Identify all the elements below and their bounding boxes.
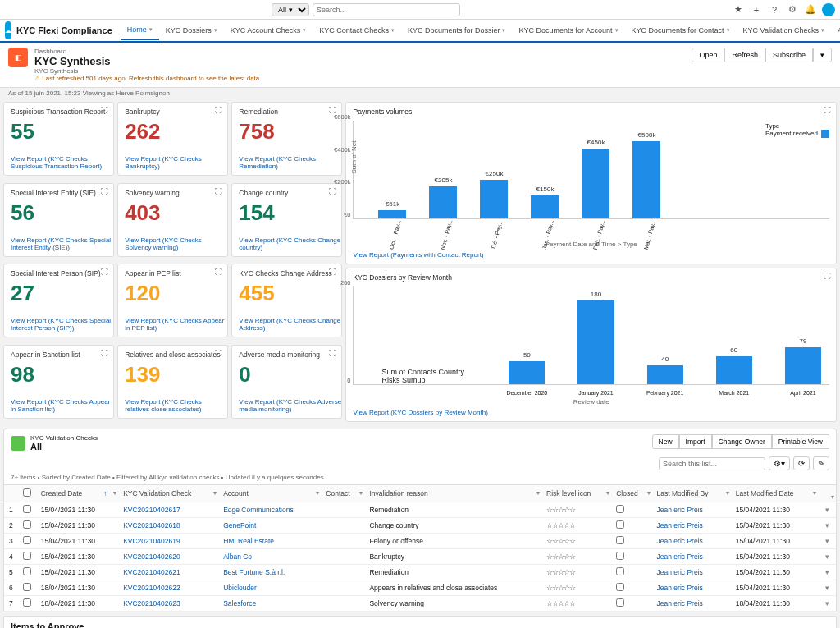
cell-check-link[interactable]: KVC20210402620 xyxy=(118,549,218,565)
nav-kyc-documents-for-contact[interactable]: KYC Documents for Contact▾ xyxy=(625,21,737,40)
row-checkbox[interactable] xyxy=(23,583,31,591)
nav-approval-requests[interactable]: Approval Requests▾ xyxy=(831,21,840,40)
cell-risk-stars[interactable]: ☆☆☆☆☆ xyxy=(541,580,611,596)
cell-account-link[interactable]: HMI Real Estate xyxy=(218,534,321,549)
col-Last Modified Date[interactable]: Last Modified Date▾ xyxy=(731,485,818,502)
cell-risk-stars[interactable]: ☆☆☆☆☆ xyxy=(541,549,611,565)
help-icon[interactable]: ? xyxy=(768,3,781,16)
view-report-link[interactable]: View Report (KYC Checks Special Interest… xyxy=(11,236,113,251)
bar[interactable]: €250kDé. - Pay... xyxy=(480,180,508,218)
expand-icon[interactable]: ⛶ xyxy=(824,106,831,114)
row-checkbox[interactable] xyxy=(23,567,31,575)
row-menu-icon[interactable]: ▾ xyxy=(818,596,836,612)
cell-account-link[interactable]: Edge Communications xyxy=(218,502,321,518)
change-owner-button[interactable]: Change Owner xyxy=(712,434,772,449)
view-report-link[interactable]: View Report (KYC Checks Remediation) xyxy=(239,155,341,170)
expand-icon[interactable]: ⛶ xyxy=(824,272,831,280)
col-11[interactable]: ▾ xyxy=(818,485,836,502)
cell-check-link[interactable]: KVC20210402623 xyxy=(118,596,218,612)
cell-modifiedby-link[interactable]: Jean eric Preis xyxy=(652,549,731,565)
cell-check-link[interactable]: KVC20210402621 xyxy=(118,565,218,580)
cell-check-link[interactable]: KVC20210402619 xyxy=(118,534,218,549)
expand-icon[interactable]: ⛶ xyxy=(329,187,336,195)
closed-checkbox[interactable] xyxy=(616,520,624,529)
col-Last Modified By[interactable]: Last Modified By▾ xyxy=(652,485,731,502)
bar[interactable]: €150kJan. - Pay... xyxy=(531,195,559,218)
list-settings-icon[interactable]: ⚙▾ xyxy=(769,456,790,470)
column-menu-icon[interactable]: ▾ xyxy=(831,493,834,501)
cell-modifiedby-link[interactable]: Jean eric Preis xyxy=(652,518,731,534)
cell-modifiedby-link[interactable]: Jean eric Preis xyxy=(652,502,731,518)
view-report-link[interactable]: View Report (Payments with Contact Repor… xyxy=(353,251,483,259)
bar[interactable]: 40February 2021 xyxy=(647,365,683,384)
cell-account-link[interactable]: Salesforce xyxy=(218,596,321,612)
cell-modifiedby-link[interactable]: Jean eric Preis xyxy=(652,596,731,612)
bar[interactable]: €500kMar. - Pay... xyxy=(632,141,660,218)
view-report-link[interactable]: View Report (KYC Checks Change country) xyxy=(239,236,341,251)
cell-account-link[interactable]: Ubiclouder xyxy=(218,580,321,596)
view-report-link[interactable]: View Report (KYC Checks relatives close … xyxy=(125,398,227,413)
nav-home[interactable]: Home▾ xyxy=(121,21,159,40)
view-report-link[interactable]: View Report (KYC Checks Appear in PEP li… xyxy=(125,317,227,332)
col-Contact[interactable]: Contact▾ xyxy=(321,485,364,502)
select-all-checkbox[interactable] xyxy=(23,488,31,497)
favorites-icon[interactable]: ★ xyxy=(732,3,745,16)
expand-icon[interactable]: ⛶ xyxy=(215,106,222,114)
bar[interactable]: 60March 2021 xyxy=(716,356,752,384)
col-Invalidation reason[interactable]: Invalidation reason▾ xyxy=(364,485,541,502)
column-menu-icon[interactable]: ▾ xyxy=(316,489,319,497)
col-Closed[interactable]: Closed▾ xyxy=(611,485,651,502)
nav-kyc-validation-checks[interactable]: KYC Validation Checks▾ xyxy=(737,21,831,40)
row-checkbox[interactable] xyxy=(23,520,31,529)
column-menu-icon[interactable]: ▾ xyxy=(213,489,217,497)
nav-kyc-account-checks[interactable]: KYC Account Checks▾ xyxy=(224,21,313,40)
cell-check-link[interactable]: KVC20210402617 xyxy=(118,502,218,518)
cell-modifiedby-link[interactable]: Jean eric Preis xyxy=(652,565,731,580)
row-menu-icon[interactable]: ▾ xyxy=(818,518,836,534)
cell-check-link[interactable]: KVC20210402618 xyxy=(118,518,218,534)
search-scope-select[interactable]: All ▾ xyxy=(272,3,309,16)
row-menu-icon[interactable]: ▾ xyxy=(818,534,836,549)
list-edit-icon[interactable]: ✎ xyxy=(813,456,829,470)
expand-icon[interactable]: ⛶ xyxy=(215,268,222,276)
cell-risk-stars[interactable]: ☆☆☆☆☆ xyxy=(541,565,611,580)
add-icon[interactable]: + xyxy=(750,3,763,16)
bar[interactable]: €205kNov. - Pay... xyxy=(429,186,457,218)
row-checkbox[interactable] xyxy=(23,536,31,544)
col-Risk level icon[interactable]: Risk level icon▾ xyxy=(541,485,611,502)
col-1[interactable] xyxy=(18,485,36,502)
nav-kyc-dossiers[interactable]: KYC Dossiers▾ xyxy=(159,21,224,40)
column-menu-icon[interactable]: ▾ xyxy=(113,489,116,497)
listview-name[interactable]: All xyxy=(30,442,98,452)
refresh-button[interactable]: Refresh xyxy=(724,48,765,62)
column-menu-icon[interactable]: ▾ xyxy=(606,489,609,497)
notifications-bell-icon[interactable]: 🔔 xyxy=(804,3,817,16)
avatar[interactable] xyxy=(822,3,835,16)
col-Created Date[interactable]: Created Date↑▾ xyxy=(36,485,118,502)
expand-icon[interactable]: ⛶ xyxy=(101,268,108,276)
closed-checkbox[interactable] xyxy=(616,598,624,607)
row-menu-icon[interactable]: ▾ xyxy=(818,549,836,565)
cell-modifiedby-link[interactable]: Jean eric Preis xyxy=(652,580,731,596)
view-report-link[interactable]: View Report (KYC Dossiers by Review Mont… xyxy=(353,409,487,416)
closed-checkbox[interactable] xyxy=(616,552,624,560)
cell-account-link[interactable]: Alban Co xyxy=(218,549,321,565)
cell-risk-stars[interactable]: ☆☆☆☆☆ xyxy=(541,596,611,612)
import-button[interactable]: Import xyxy=(679,434,712,449)
nav-kyc-documents-for-dossier[interactable]: KYC Documents for Dossier▾ xyxy=(401,21,513,40)
row-menu-icon[interactable]: ▾ xyxy=(818,502,836,518)
cell-risk-stars[interactable]: ☆☆☆☆☆ xyxy=(541,518,611,534)
closed-checkbox[interactable] xyxy=(616,567,624,575)
row-checkbox[interactable] xyxy=(23,598,31,607)
cell-risk-stars[interactable]: ☆☆☆☆☆ xyxy=(541,502,611,518)
list-search-input[interactable] xyxy=(659,457,765,470)
new-button[interactable]: New xyxy=(652,434,679,449)
view-report-link[interactable]: View Report (KYC Checks Special Interest… xyxy=(11,317,113,332)
col-0[interactable] xyxy=(4,485,18,502)
cell-account-link[interactable]: Best Fortune S.à r.l. xyxy=(218,565,321,580)
bar[interactable]: 180January 2021 xyxy=(578,300,614,384)
column-menu-icon[interactable]: ▾ xyxy=(536,489,540,497)
row-menu-icon[interactable]: ▾ xyxy=(818,580,836,596)
column-menu-icon[interactable]: ▾ xyxy=(726,489,729,497)
subscribe-button[interactable]: Subscribe xyxy=(765,48,813,62)
